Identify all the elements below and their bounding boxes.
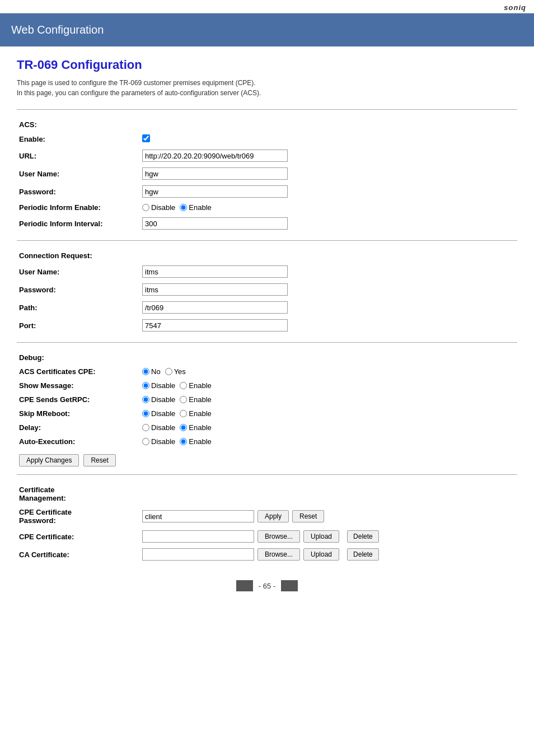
periodic-inform-enable-label: Periodic Inform Enable:: [17, 200, 140, 214]
reset-button[interactable]: Reset: [83, 454, 115, 466]
top-logo-area: soniq: [0, 0, 534, 13]
acs-cert-yes-radio[interactable]: [165, 368, 172, 375]
cpe-sends-radio-group: Disable Enable: [142, 395, 515, 404]
skip-mreboot-radio-group: Disable Enable: [142, 409, 515, 418]
acs-section-label: ACS:: [17, 118, 517, 132]
auto-exec-enable-option[interactable]: Enable: [180, 437, 211, 446]
enable-checkbox[interactable]: [142, 134, 150, 142]
header-bar: Web Configuration: [0, 13, 534, 46]
enable-label: Enable:: [17, 132, 140, 147]
skip-mreboot-disable-option[interactable]: Disable: [142, 409, 175, 418]
main-content: TR-069 Configuration This page is used t…: [0, 46, 534, 614]
divider-top: [17, 109, 517, 110]
cert-apply-button[interactable]: Apply: [257, 510, 289, 522]
divider-cert: [17, 474, 517, 475]
cpe-sends-label: CPE Sends GetRPC:: [17, 393, 140, 407]
cert-reset-button[interactable]: Reset: [292, 510, 324, 522]
skip-mreboot-enable-radio[interactable]: [180, 410, 187, 417]
conn-password-label: Password:: [17, 281, 140, 298]
cpe-cert-password-input[interactable]: [142, 510, 254, 522]
delay-radio-group: Disable Enable: [142, 423, 515, 432]
acs-cert-yes-option[interactable]: Yes: [165, 367, 186, 376]
conn-username-input[interactable]: [142, 265, 288, 278]
cpe-sends-enable-radio[interactable]: [180, 396, 187, 403]
acs-password-input[interactable]: [142, 185, 288, 198]
show-message-label: Show Message:: [17, 379, 140, 393]
periodic-inform-radio-group: Disable Enable: [142, 203, 515, 212]
acs-cert-label: ACS Certificates CPE:: [17, 365, 140, 379]
url-label: URL:: [17, 147, 140, 165]
ca-cert-delete-button[interactable]: Delete: [347, 548, 379, 561]
divider-connection: [17, 240, 517, 241]
certificate-form: Certificate Management: CPE Certificate …: [17, 483, 517, 563]
skip-mreboot-label: Skip MReboot:: [17, 407, 140, 421]
auto-exec-enable-radio[interactable]: [180, 438, 187, 445]
delay-label: Delay:: [17, 421, 140, 435]
show-message-disable-radio[interactable]: [142, 382, 149, 389]
page-header-title: Web Configuration: [11, 24, 104, 36]
delay-disable-option[interactable]: Disable: [142, 423, 175, 432]
auto-exec-disable-option[interactable]: Disable: [142, 437, 175, 446]
periodic-inform-enable-option[interactable]: Enable: [180, 203, 211, 212]
show-message-radio-group: Disable Enable: [142, 381, 515, 390]
cpe-sends-disable-radio[interactable]: [142, 396, 149, 403]
cpe-cert-file-input[interactable]: [142, 530, 254, 543]
debug-section-label: Debug:: [17, 351, 517, 365]
show-message-disable-option[interactable]: Disable: [142, 381, 175, 390]
periodic-inform-enable-radio[interactable]: [180, 204, 187, 211]
page-description: This page is used to configure the TR-06…: [17, 78, 517, 98]
page-number: - 65 -: [259, 582, 275, 590]
cpe-sends-enable-option[interactable]: Enable: [180, 395, 211, 404]
ca-cert-label: CA Certificate:: [17, 545, 140, 563]
connection-section-label: Connection Request:: [17, 249, 517, 263]
debug-form: Debug: ACS Certificates CPE: No Yes: [17, 351, 517, 449]
auto-exec-disable-radio[interactable]: [142, 438, 149, 445]
auto-exec-radio-group: Disable Enable: [142, 437, 515, 446]
cpe-cert-password-label: CPE Certificate Password:: [17, 505, 140, 528]
action-button-row: Apply Changes Reset: [19, 454, 515, 466]
delay-enable-radio[interactable]: [180, 424, 187, 431]
skip-mreboot-enable-option[interactable]: Enable: [180, 409, 211, 418]
periodic-inform-disable-option[interactable]: Disable: [142, 203, 175, 212]
periodic-inform-interval-input[interactable]: [142, 217, 288, 230]
page-title: TR-069 Configuration: [17, 58, 517, 72]
cpe-cert-browse-button[interactable]: Browse...: [257, 530, 300, 543]
delay-disable-radio[interactable]: [142, 424, 149, 431]
acs-password-label: Password:: [17, 183, 140, 200]
conn-path-input[interactable]: [142, 301, 288, 314]
acs-username-input[interactable]: [142, 167, 288, 180]
cpe-cert-file-group: Browse... Upload Delete: [142, 530, 515, 543]
cpe-cert-password-group: Apply Reset: [142, 510, 515, 522]
ca-cert-upload-button[interactable]: Upload: [303, 548, 339, 561]
cpe-cert-upload-button[interactable]: Upload: [303, 530, 339, 543]
show-message-enable-radio[interactable]: [180, 382, 187, 389]
periodic-inform-disable-radio[interactable]: [142, 204, 149, 211]
conn-password-input[interactable]: [142, 283, 288, 296]
ca-cert-file-group: Browse... Upload Delete: [142, 548, 515, 561]
acs-cert-no-option[interactable]: No: [142, 367, 161, 376]
ca-cert-file-input[interactable]: [142, 548, 254, 561]
acs-cert-no-radio[interactable]: [142, 368, 149, 375]
conn-path-label: Path:: [17, 298, 140, 316]
next-nav-block[interactable]: [281, 580, 298, 591]
acs-form: ACS: Enable: URL: User Name:: [17, 118, 517, 232]
acs-username-label: User Name:: [17, 165, 140, 183]
conn-port-label: Port:: [17, 316, 140, 334]
conn-username-label: User Name:: [17, 263, 140, 281]
ca-cert-browse-button[interactable]: Browse...: [257, 548, 300, 561]
footer-nav: - 65 -: [17, 569, 517, 603]
conn-port-input[interactable]: [142, 319, 288, 332]
show-message-enable-option[interactable]: Enable: [180, 381, 211, 390]
divider-debug: [17, 342, 517, 343]
delay-enable-option[interactable]: Enable: [180, 423, 211, 432]
auto-exec-label: Auto-Execution:: [17, 435, 140, 449]
prev-nav-block[interactable]: [236, 580, 253, 591]
cpe-cert-delete-button[interactable]: Delete: [347, 530, 379, 543]
cpe-sends-disable-option[interactable]: Disable: [142, 395, 175, 404]
cpe-cert-label: CPE Certificate:: [17, 528, 140, 545]
acs-cert-radio-group: No Yes: [142, 367, 515, 376]
skip-mreboot-disable-radio[interactable]: [142, 410, 149, 417]
cert-section-label: Certificate Management:: [17, 483, 140, 505]
apply-changes-button[interactable]: Apply Changes: [19, 454, 79, 466]
url-input[interactable]: [142, 150, 288, 162]
